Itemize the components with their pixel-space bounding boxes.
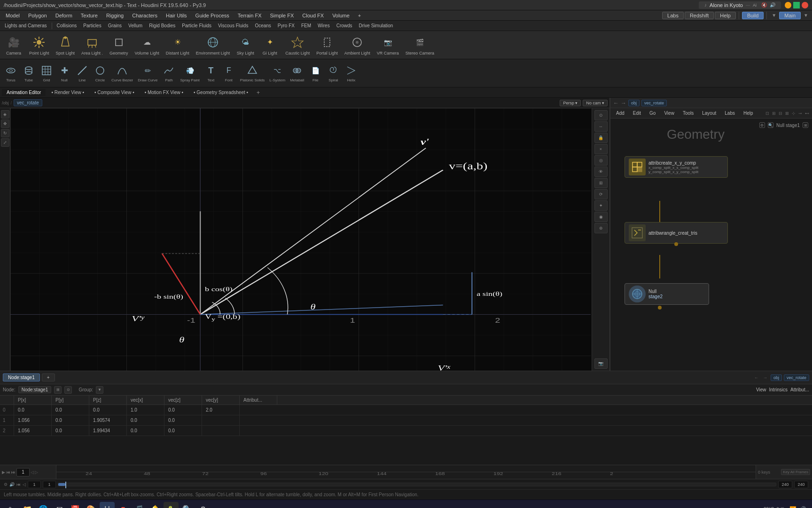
sop-null[interactable]: ✚ Null xyxy=(55,63,73,84)
vp-persp-btn[interactable]: Persp ▾ xyxy=(560,100,581,106)
sop-torus[interactable]: Torus xyxy=(2,63,20,84)
menu-model[interactable]: Model xyxy=(2,12,23,19)
taskbar-browser[interactable]: 🌐 xyxy=(36,502,51,508)
tb-oceans[interactable]: Oceans xyxy=(252,23,273,29)
timeline-prev-icon[interactable]: ⏮ xyxy=(6,470,10,475)
tb-crowds[interactable]: Crowds xyxy=(334,23,355,29)
close-button[interactable] xyxy=(802,2,808,8)
tb-drivesim[interactable]: Drive Simulation xyxy=(356,23,396,29)
ne-icon1[interactable]: ⊡ xyxy=(765,111,770,116)
taskbar-email[interactable]: ✉ xyxy=(52,502,67,508)
ne-go[interactable]: Go xyxy=(646,110,659,117)
light-environment[interactable]: Environment Light xyxy=(193,33,233,57)
sop-line[interactable]: Line xyxy=(73,63,91,84)
vp-side-7[interactable]: ⊞ xyxy=(594,178,608,188)
menu-rigging[interactable]: Rigging xyxy=(102,12,127,19)
timeline-frame-input[interactable]: 1 xyxy=(16,468,30,476)
tb-collisions[interactable]: Collisions xyxy=(54,23,80,29)
light-sky[interactable]: 🌤 Sky Light xyxy=(234,33,257,57)
ne-tools[interactable]: Tools xyxy=(679,110,697,117)
sop-path[interactable]: Path xyxy=(160,63,178,84)
pb-audio-icon[interactable]: 🔊 xyxy=(9,482,15,487)
ss-intrinsics-label[interactable]: Intrinsics xyxy=(769,387,788,392)
taskbar-music[interactable]: 🎵 xyxy=(132,502,147,508)
node-null-stage2[interactable]: Null stage2 xyxy=(625,283,709,305)
menu-plus[interactable]: + xyxy=(354,12,365,19)
sop-drawcurve[interactable]: ✏ Draw Curve xyxy=(135,63,160,84)
minimize-button[interactable] xyxy=(785,2,791,8)
vp-cam-btn[interactable]: No cam ▾ xyxy=(583,100,608,106)
tab-composite-view[interactable]: • Composite View • xyxy=(90,89,139,96)
tb-wires[interactable]: Wires xyxy=(315,23,333,29)
vp-side-5[interactable]: ◎ xyxy=(594,155,608,166)
ne-fwd-btn[interactable]: → xyxy=(621,100,626,106)
light-point[interactable]: Point Light xyxy=(26,33,52,57)
menu-deform[interactable]: Deform xyxy=(52,12,76,19)
menu-polygon[interactable]: Polygon xyxy=(24,12,51,19)
ss-tab-geo[interactable]: Node:stage1 xyxy=(3,373,40,381)
taskbar-folder[interactable]: 📁 xyxy=(20,502,35,508)
timeline-next-icon[interactable]: ⏭ xyxy=(11,470,16,475)
ne-back-btn[interactable]: ← xyxy=(613,100,619,106)
ss-path-node[interactable]: vec_rotate xyxy=(784,374,809,381)
vp-side-2[interactable]: ↔ xyxy=(594,121,608,132)
ne-icon6[interactable]: ⊸ xyxy=(797,111,803,116)
tb-particle-fluids[interactable]: Particle Fluids xyxy=(179,23,214,29)
pb-current-frame[interactable]: 1 xyxy=(43,481,56,488)
timeline-ruler[interactable]: 24 48 72 96 120 144 168 192 216 2 xyxy=(56,465,756,479)
light-portal[interactable]: Portal Light xyxy=(313,33,341,57)
menu-simplefx[interactable]: Simple FX xyxy=(266,12,298,19)
light-spot[interactable]: Spot Light xyxy=(53,33,78,57)
ss-fwd[interactable]: → xyxy=(762,375,769,380)
vp-side-4[interactable]: × xyxy=(594,144,608,154)
light-camera[interactable]: 🎥 Camera xyxy=(2,33,25,57)
tb-grains[interactable]: Grains xyxy=(105,23,125,29)
ne-icon7[interactable]: ⊷ xyxy=(804,111,810,116)
pb-settings-icon[interactable]: ⚙ xyxy=(4,482,8,487)
light-volume[interactable]: ☁ Volume Light xyxy=(132,33,162,57)
sop-tube[interactable]: Tube xyxy=(20,63,38,84)
ss-node-icon2[interactable]: ⊙ xyxy=(64,386,72,394)
pb-step-back-icon[interactable]: ◁ xyxy=(23,482,26,487)
menu-terrainFX[interactable]: Terrain FX xyxy=(234,12,265,19)
light-gi[interactable]: ✦ Gi Light xyxy=(258,33,281,57)
menu-volume[interactable]: Volume xyxy=(328,12,353,19)
ne-labs[interactable]: Labs xyxy=(721,110,739,117)
tb-fem[interactable]: FEM xyxy=(298,23,314,29)
timeline-step-left[interactable]: ◁ xyxy=(31,470,34,475)
taskbar-design[interactable]: 🎨 xyxy=(84,502,99,508)
vp-tool-select[interactable]: ◈ xyxy=(1,110,9,119)
ne-help[interactable]: Help xyxy=(740,110,757,117)
ss-group-filter[interactable]: ▼ xyxy=(96,386,103,394)
timeline-step-right[interactable]: ▷ xyxy=(35,470,38,475)
tab-geo-spreadsheet[interactable]: • Geometry Spreadsheet • xyxy=(189,89,253,96)
menu-redshift[interactable]: Redshift xyxy=(685,12,714,19)
ss-node-icon[interactable]: ⊞ xyxy=(54,386,62,394)
maximize-button[interactable] xyxy=(793,2,800,8)
ne-add[interactable]: Add xyxy=(612,110,628,117)
ss-attribu-label[interactable]: Attribut... xyxy=(790,387,809,392)
light-area[interactable]: Area Light . xyxy=(78,33,106,57)
light-ambient[interactable]: Ambient Light xyxy=(342,33,373,57)
taskbar-search[interactable]: 🔍 xyxy=(180,502,195,508)
light-vrcam[interactable]: 📷 VR Camera xyxy=(374,33,402,57)
ss-back[interactable]: ← xyxy=(753,375,760,380)
node-attribwrangle[interactable]: attribwrangle_creat_tris xyxy=(625,222,728,244)
vp-side-ghost[interactable]: 👁 xyxy=(594,167,608,177)
vp-side-8[interactable]: ⟳ xyxy=(594,189,608,199)
tab-render-view[interactable]: • Render View • xyxy=(47,89,89,96)
taskbar-notif[interactable]: 🔔 xyxy=(148,502,163,508)
ne-edit[interactable]: Edit xyxy=(629,110,645,117)
pb-end-frame[interactable]: 240 xyxy=(778,481,792,488)
pb-end-frame2[interactable]: 240 xyxy=(794,481,808,488)
ne-layout[interactable]: Layout xyxy=(698,110,720,117)
vp-side-10[interactable]: ◉ xyxy=(594,212,608,222)
light-distant[interactable]: ☀ Distant Light xyxy=(163,33,192,57)
vp-side-3[interactable]: 🔒 xyxy=(594,133,608,143)
vp-side-9[interactable]: ✦ xyxy=(594,200,608,211)
vp-side-11[interactable]: ⊚ xyxy=(594,223,608,233)
vp-tool-rotate[interactable]: ↻ xyxy=(1,129,9,137)
sop-curvebezier[interactable]: Curve Bezier xyxy=(109,63,135,84)
ss-node-value[interactable]: Node:stage1 xyxy=(18,386,52,393)
ne-icon3[interactable]: ⊟ xyxy=(778,111,783,116)
